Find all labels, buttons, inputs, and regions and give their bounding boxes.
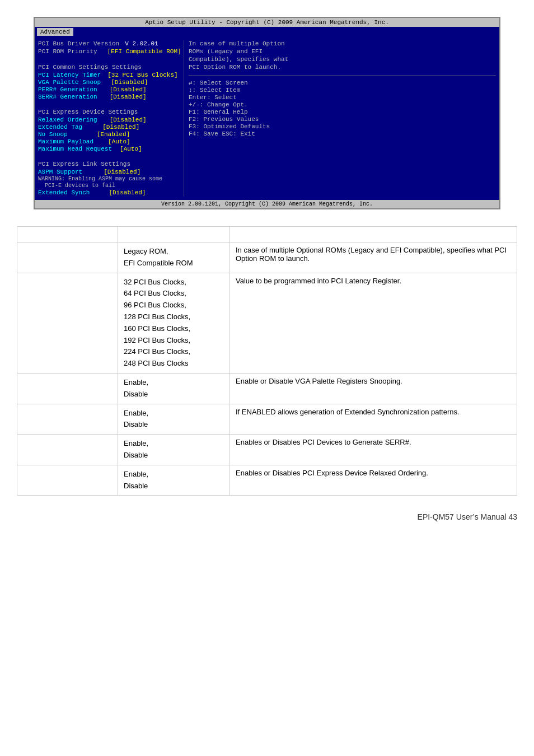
table-cell (118, 227, 230, 242)
bios-help-text: ROMs (Legacy and EFI (189, 48, 496, 55)
table-row: Legacy ROM,EFI Compatible ROM In case of… (17, 242, 517, 273)
settings-table: Legacy ROM,EFI Compatible ROM In case of… (17, 226, 517, 496)
table-cell (17, 227, 118, 242)
table-cell-description: Enable or Disable VGA Palette Registers … (230, 373, 517, 404)
bios-spacer (38, 56, 184, 63)
bios-key-help: ⇄: Select Screen (189, 79, 496, 86)
bios-help-text: PCI Option ROM to launch. (189, 64, 496, 71)
table-section: Legacy ROM,EFI Compatible ROM In case of… (0, 221, 534, 507)
bios-item: PCI Bus Driver VersionV 2.02.01 (38, 40, 184, 47)
bios-item: Maximum Payload[Auto] (38, 138, 184, 145)
table-cell-label (17, 404, 118, 435)
table-cell-label (17, 435, 118, 465)
table-cell-description: Value to be programmed into PCI Latency … (230, 273, 517, 373)
table-cell-options: Enable,Disable (118, 373, 230, 404)
bios-spacer (38, 101, 184, 108)
bios-key-help: F1: General Help (189, 109, 496, 115)
bios-bottom-bar: Version 2.00.1201, Copyright (C) 2009 Am… (35, 200, 499, 208)
bios-item: PERR# Generation[Disabled] (38, 86, 184, 93)
bios-section-header: PCI Express Link Settings (38, 161, 184, 167)
bios-section-header: PCI Common Settings Settings (38, 64, 184, 71)
bios-item: SERR# Generation[Disabled] (38, 94, 184, 100)
bios-help-text: Compatible), specifies what (189, 56, 496, 63)
bios-section-header: PCI Express Device Settings (38, 109, 184, 115)
bios-key-help: Enter: Select (189, 94, 496, 101)
bios-tab-bar: Advanced (35, 27, 499, 37)
bios-container: Aptio Setup Utility - Copyright (C) 2009… (34, 17, 500, 209)
bios-item: Maximum Read Request[Auto] (38, 146, 184, 152)
table-cell-label (17, 242, 118, 273)
bios-item: PCI Latency Timer[32 PCI Bus Clocks] (38, 72, 184, 78)
bios-key-help: F4: Save ESC: Exit (189, 130, 496, 137)
bios-key-help: ↕: Select Item (189, 87, 496, 94)
table-cell (230, 227, 517, 242)
bios-key-help: F2: Previous Values (189, 116, 496, 123)
table-row: 32 PCI Bus Clocks, 64 PCI Bus Clocks, 96… (17, 273, 517, 373)
bios-item: Extended Tag[Disabled] (38, 124, 184, 130)
bios-right-panel: In case of multiple Option ROMs (Legacy … (184, 40, 496, 197)
bios-left-panel: PCI Bus Driver VersionV 2.02.01 PCI ROM … (38, 40, 184, 197)
bios-title-bar: Aptio Setup Utility - Copyright (C) 2009… (35, 18, 499, 27)
table-cell-description: Enables or Disables PCI Express Device R… (230, 465, 517, 496)
table-cell-description: If ENABLED allows generation of Extended… (230, 404, 517, 435)
bios-item: Relaxed Ordering[Disabled] (38, 116, 184, 123)
table-row: Enable,Disable If ENABLED allows generat… (17, 404, 517, 435)
table-cell-options: Enable,Disable (118, 435, 230, 465)
bios-item: ASPM Support[Disabled] (38, 169, 184, 175)
table-cell-options: 32 PCI Bus Clocks, 64 PCI Bus Clocks, 96… (118, 273, 230, 373)
bios-help-text: In case of multiple Option (189, 40, 496, 47)
page-footer-text: EPI-QM57 User’s Manual 43 (418, 512, 517, 521)
table-cell-options: Enable,Disable (118, 465, 230, 496)
table-row: Enable,Disable Enables or Disables PCI D… (17, 435, 517, 465)
table-cell-description: In case of multiple Optional ROMs (Legac… (230, 242, 517, 273)
bios-content: PCI Bus Driver VersionV 2.02.01 PCI ROM … (35, 37, 499, 200)
bios-warning2: PCI-E devices to fail (38, 183, 184, 189)
table-row (17, 227, 517, 242)
table-cell-options: Legacy ROM,EFI Compatible ROM (118, 242, 230, 273)
bios-key-help: F3: Optimized Defaults (189, 123, 496, 130)
bios-item: PCI ROM Priority[EFI Compatible ROM] (38, 48, 184, 55)
bios-divider (189, 75, 496, 76)
bios-section: Aptio Setup Utility - Copyright (C) 2009… (0, 0, 534, 221)
bios-item: VGA Palette Snoop[Disabled] (38, 79, 184, 86)
table-row: Enable,Disable Enables or Disables PCI E… (17, 465, 517, 496)
table-cell-label (17, 465, 118, 496)
table-cell-options: Enable,Disable (118, 404, 230, 435)
bios-item: No Snoop[Enabled] (38, 131, 184, 138)
table-cell-description: Enables or Disables PCI Devices to Gener… (230, 435, 517, 465)
bios-tab-advanced[interactable]: Advanced (37, 28, 73, 36)
table-cell-label (17, 373, 118, 404)
bios-item: Extended Synch[Disabled] (38, 189, 184, 196)
bios-spacer (38, 153, 184, 160)
page-footer: EPI-QM57 User’s Manual 43 (0, 507, 534, 527)
bios-warning: WARNING: Enabling ASPM may cause some (38, 176, 184, 182)
table-cell-label (17, 273, 118, 373)
table-row: Enable,Disable Enable or Disable VGA Pal… (17, 373, 517, 404)
bios-key-help: +/-: Change Opt. (189, 101, 496, 108)
